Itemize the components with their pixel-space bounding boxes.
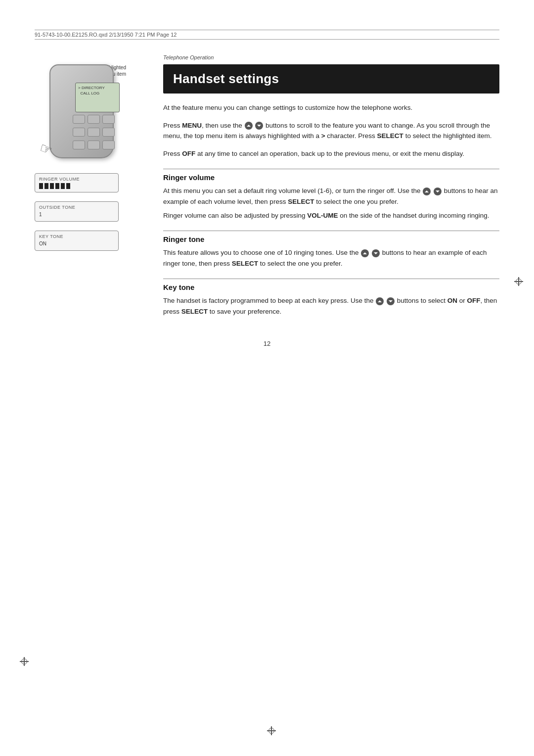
outside-tone-title: OUTSIDE TONE [39, 205, 114, 210]
crosshair-right [514, 277, 523, 286]
intro-para-2: Press MENU, then use the buttons to scro… [163, 120, 499, 142]
page-number: 12 [35, 340, 499, 347]
header-line: 91-5743-10-00.E2125.RO.qxd 2/13/1950 7:2… [35, 30, 499, 40]
phone-screen-content: > DIRECTORY CALL LOG [76, 83, 119, 98]
phone-body: > DIRECTORY CALL LOG [49, 64, 114, 158]
off-keyword-2: OFF [467, 297, 481, 304]
ringer-volume-heading: Ringer volume [163, 173, 499, 182]
down-btn-icon-3 [372, 249, 380, 257]
key-tone-value: ON [39, 240, 114, 247]
divider-key-tone [163, 279, 499, 279]
vol-bar-1 [39, 183, 43, 189]
vol-bar-3 [50, 183, 54, 189]
phone-illustration: Highlighted menu item > DIRECTORY CALL L… [35, 54, 129, 163]
menu-keyword: MENU [182, 122, 202, 129]
crosshair-circle-right [516, 279, 522, 284]
ringer-tone-heading: Ringer tone [163, 235, 499, 243]
vol-bar-6 [66, 183, 70, 189]
select-keyword-2: SELECT [288, 198, 314, 205]
vol-bar-2 [44, 183, 48, 189]
volume-bars [39, 183, 114, 189]
key-tone-box: KEY TONE ON [35, 231, 119, 251]
page-title: Handset settings [173, 71, 279, 86]
crosshair-bottom [267, 726, 276, 735]
intro-para-3: Press OFF at any time to cancel an opera… [163, 148, 499, 159]
up-btn-icon-4 [376, 297, 384, 305]
hand-pointer: ☞ [37, 140, 54, 159]
outside-tone-box: OUTSIDE TONE 1 [35, 201, 119, 222]
up-btn-icon [245, 122, 253, 130]
page-title-block: Handset settings [163, 64, 499, 94]
crosshair-left [20, 657, 29, 666]
gt-char: > [321, 132, 325, 140]
key-tone-heading: Key tone [163, 283, 499, 291]
up-btn-icon-3 [361, 249, 369, 257]
file-info: 91-5743-10-00.E2125.RO.qxd 2/13/1950 7:2… [35, 32, 177, 38]
select-keyword-4: SELECT [181, 308, 208, 315]
down-btn-icon [255, 122, 263, 130]
ringer-volume-para1: At this menu you can set a default ring … [163, 186, 499, 207]
section-label: Telephone Operation [163, 54, 499, 60]
down-btn-icon-4 [387, 297, 395, 305]
crosshair-circle-bottom [268, 728, 274, 734]
off-keyword: OFF [182, 150, 195, 157]
ringer-volume-para2: Ringer volume can also be adjusted by pr… [163, 210, 499, 221]
main-layout: Highlighted menu item > DIRECTORY CALL L… [35, 54, 499, 320]
up-btn-icon-2 [423, 188, 431, 195]
ringer-tone-para1: This feature allows you to choose one of… [163, 247, 499, 269]
outside-tone-value: 1 [39, 211, 114, 218]
crosshair-circle-left [21, 659, 27, 664]
vol-bar-5 [61, 183, 65, 189]
right-column: Telephone Operation Handset settings At … [163, 54, 499, 320]
down-btn-icon-2 [434, 188, 442, 195]
select-keyword-3: SELECT [232, 260, 258, 267]
left-column: Highlighted menu item > DIRECTORY CALL L… [35, 54, 143, 320]
divider-ringer-tone [163, 231, 499, 231]
on-keyword: ON [447, 297, 457, 304]
ringer-volume-box: RINGER VOLUME [35, 173, 119, 192]
key-tone-para1: The handset is factory programmed to bee… [163, 295, 499, 317]
volume-keyword: VOL-UME [307, 212, 338, 219]
key-tone-title: KEY TONE [39, 234, 114, 239]
phone-screen: > DIRECTORY CALL LOG [75, 83, 120, 112]
intro-para-1: At the feature menu you can change setti… [163, 102, 499, 113]
ringer-volume-title: RINGER VOLUME [39, 177, 114, 182]
vol-bar-4 [55, 183, 59, 189]
page-container: 91-5743-10-00.E2125.RO.qxd 2/13/1950 7:2… [0, 0, 534, 756]
divider-ringer-volume [163, 169, 499, 169]
select-keyword: SELECT [377, 132, 403, 140]
